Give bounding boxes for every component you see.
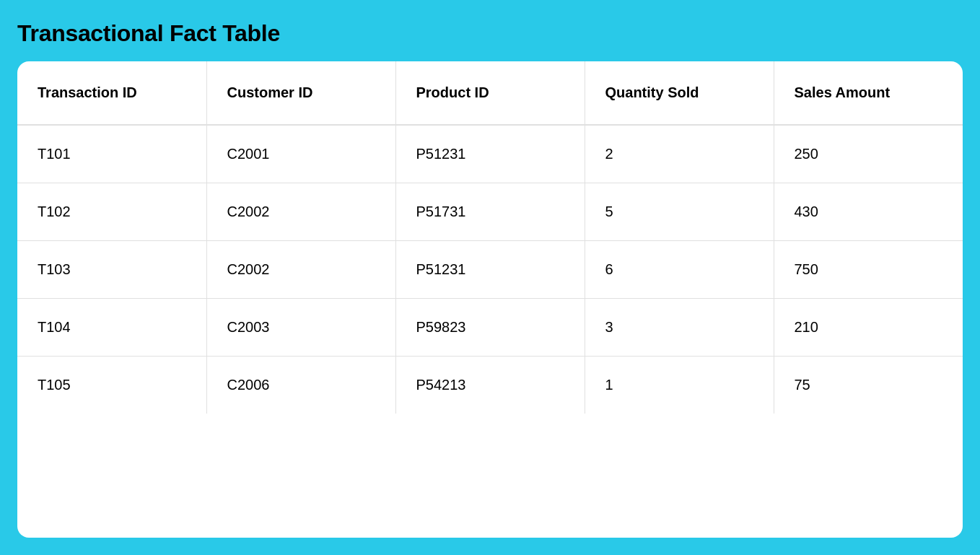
cell-transaction_id: T105 [17,357,206,414]
table-header-row: Transaction ID Customer ID Product ID Qu… [17,61,963,125]
cell-transaction_id: T102 [17,183,206,241]
col-header-product-id: Product ID [395,61,585,125]
cell-quantity_sold: 3 [585,299,774,357]
col-header-sales-amount: Sales Amount [774,61,963,125]
cell-transaction_id: T104 [17,299,206,357]
col-header-customer-id: Customer ID [206,61,395,125]
cell-quantity_sold: 1 [585,357,774,414]
page-title: Transactional Fact Table [17,20,963,47]
cell-product_id: P59823 [395,299,585,357]
transactional-fact-table: Transaction ID Customer ID Product ID Qu… [17,61,963,414]
cell-quantity_sold: 6 [585,241,774,299]
table-row: T101C2001P512312250 [17,125,963,183]
cell-product_id: P51231 [395,241,585,299]
cell-customer_id: C2002 [206,241,395,299]
cell-quantity_sold: 5 [585,183,774,241]
cell-product_id: P51231 [395,125,585,183]
table-row: T105C2006P54213175 [17,357,963,414]
cell-transaction_id: T103 [17,241,206,299]
cell-product_id: P51731 [395,183,585,241]
table-row: T104C2003P598233210 [17,299,963,357]
cell-quantity_sold: 2 [585,125,774,183]
cell-sales_amount: 750 [774,241,963,299]
cell-sales_amount: 75 [774,357,963,414]
table-container: Transaction ID Customer ID Product ID Qu… [17,61,963,538]
cell-sales_amount: 210 [774,299,963,357]
cell-transaction_id: T101 [17,125,206,183]
col-header-quantity-sold: Quantity Sold [585,61,774,125]
cell-customer_id: C2003 [206,299,395,357]
cell-product_id: P54213 [395,357,585,414]
cell-customer_id: C2001 [206,125,395,183]
cell-customer_id: C2002 [206,183,395,241]
table-row: T103C2002P512316750 [17,241,963,299]
cell-sales_amount: 430 [774,183,963,241]
cell-sales_amount: 250 [774,125,963,183]
cell-customer_id: C2006 [206,357,395,414]
table-row: T102C2002P517315430 [17,183,963,241]
col-header-transaction-id: Transaction ID [17,61,206,125]
